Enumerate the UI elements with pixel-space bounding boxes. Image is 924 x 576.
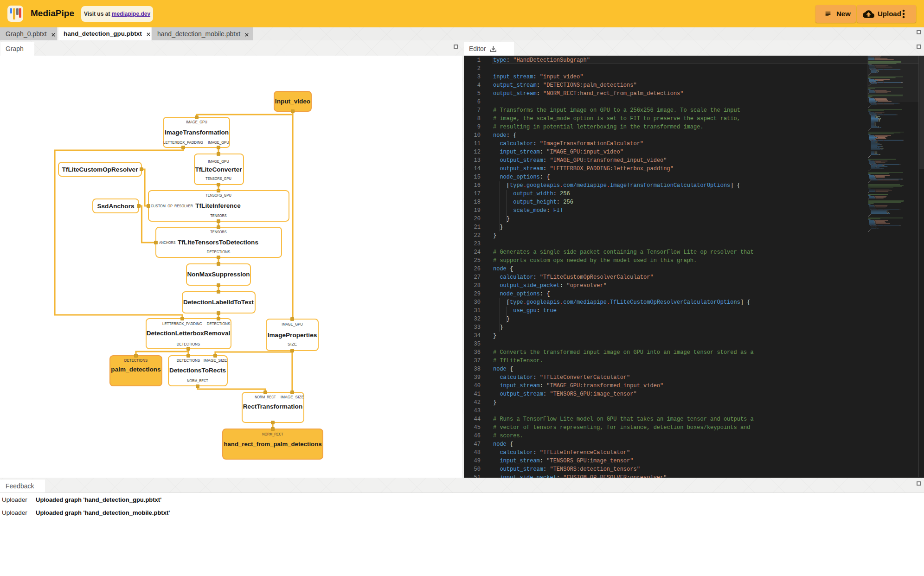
svg-text:TfLiteTensorsToDetections: TfLiteTensorsToDetections bbox=[178, 239, 258, 246]
svg-text:hand_rect_from_palm_detections: hand_rect_from_palm_detections bbox=[224, 441, 321, 448]
svg-text:IMAGE_GPU: IMAGE_GPU bbox=[282, 322, 302, 326]
svg-text:IMAGE_GPU: IMAGE_GPU bbox=[186, 120, 207, 124]
svg-text:DetectionLetterboxRemoval: DetectionLetterboxRemoval bbox=[147, 330, 231, 337]
svg-text:NORM_RECT: NORM_RECT bbox=[187, 378, 208, 383]
svg-text:CUSTOM_OP_RESOLVER: CUSTOM_OP_RESOLVER bbox=[151, 204, 193, 208]
svg-text:DetectionsToRects: DetectionsToRects bbox=[169, 367, 226, 374]
svg-text:DETECTIONS: DETECTIONS bbox=[177, 342, 200, 346]
svg-text:LETTERBOX_PADDING: LETTERBOX_PADDING bbox=[163, 140, 203, 145]
svg-text:TENSORS_GPU: TENSORS_GPU bbox=[205, 176, 231, 181]
svg-text:SsdAnchors: SsdAnchors bbox=[97, 203, 134, 210]
svg-text:NORM_RECT: NORM_RECT bbox=[262, 432, 283, 436]
svg-text:TENSORS: TENSORS bbox=[210, 230, 226, 234]
svg-text:SIZE: SIZE bbox=[288, 342, 297, 346]
svg-text:DETECTIONS: DETECTIONS bbox=[207, 321, 231, 326]
svg-text:DetectionLabelIdToText: DetectionLabelIdToText bbox=[183, 299, 254, 306]
svg-text:TENSORS_GPU: TENSORS_GPU bbox=[205, 193, 231, 198]
svg-text:ImageProperties: ImageProperties bbox=[268, 332, 317, 339]
svg-text:TfLiteCustomOpResolver: TfLiteCustomOpResolver bbox=[62, 166, 139, 173]
svg-text:IMAGE_GPU: IMAGE_GPU bbox=[208, 159, 229, 164]
svg-text:DETECTIONS: DETECTIONS bbox=[207, 250, 231, 254]
svg-text:DETECTIONS: DETECTIONS bbox=[177, 358, 200, 363]
svg-text:RectTransformation: RectTransformation bbox=[243, 403, 302, 410]
svg-text:IMAGE_SIZE: IMAGE_SIZE bbox=[204, 358, 227, 363]
svg-text:IMAGE_GPU: IMAGE_GPU bbox=[208, 140, 229, 145]
svg-text:NORM_RECT: NORM_RECT bbox=[255, 395, 276, 399]
svg-text:ImageTransformation: ImageTransformation bbox=[165, 129, 229, 136]
svg-text:ANCHORS: ANCHORS bbox=[159, 240, 175, 245]
svg-text:NonMaxSuppression: NonMaxSuppression bbox=[187, 271, 250, 278]
svg-text:palm_detections: palm_detections bbox=[111, 366, 160, 373]
svg-text:DETECTIONS: DETECTIONS bbox=[124, 358, 148, 363]
svg-text:input_video: input_video bbox=[275, 98, 310, 105]
svg-text:LETTERBOX_PADDING: LETTERBOX_PADDING bbox=[162, 321, 202, 326]
svg-text:TfLiteInference: TfLiteInference bbox=[195, 202, 241, 209]
svg-text:TENSORS: TENSORS bbox=[210, 213, 226, 218]
svg-text:IMAGE_SIZE: IMAGE_SIZE bbox=[281, 395, 304, 399]
svg-text:TfLiteConverter: TfLiteConverter bbox=[195, 166, 242, 173]
